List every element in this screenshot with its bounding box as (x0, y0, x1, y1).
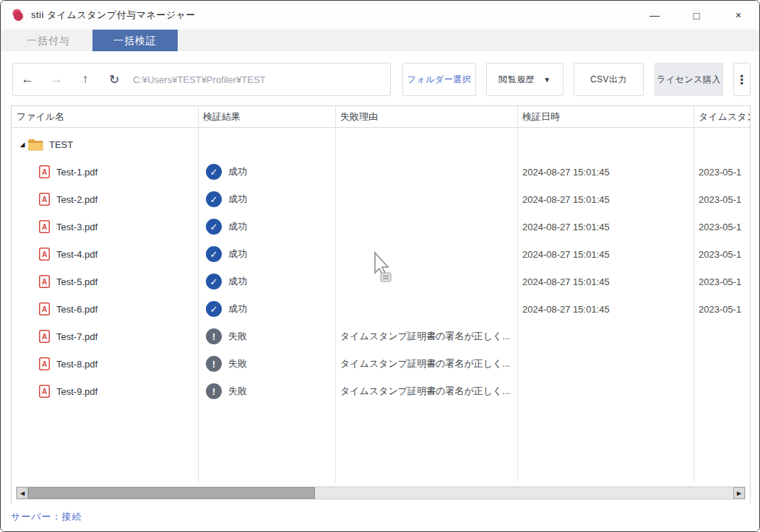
success-icon: ✓ (206, 246, 222, 262)
table-row[interactable]: A Test-9.pdf ! 失敗 タイムスタンプ証明書の署名が正しく... (12, 378, 750, 405)
result-label: 失敗 (228, 385, 247, 398)
window-controls: — □ × (634, 1, 759, 30)
column-header-verified-date[interactable]: 検証日時 (517, 110, 694, 123)
verified-date: 2024-08-27 15:01:45 (517, 249, 694, 260)
file-name: Test-1.pdf (56, 167, 98, 178)
scrollbar-thumb[interactable] (28, 487, 315, 499)
failure-icon: ! (206, 328, 222, 344)
table-row[interactable]: A Test-1.pdf ✓ 成功 2024-08-27 15:01:45 20… (12, 158, 750, 186)
folder-select-button[interactable]: フォルダー選択 (402, 63, 476, 96)
timestamp-date: 2023-05-1 (694, 276, 750, 287)
svg-text:A: A (42, 388, 47, 396)
app-window: stii タイムスタンプ付与マネージャー — □ × 一括付与 一括検証 ← →… (0, 0, 760, 532)
file-table-panel: ファイル名 検証結果 失敗理由 検証日時 タイムスタンプ ◢ TEST (11, 105, 751, 505)
column-header-result[interactable]: 検証結果 (198, 110, 335, 123)
tab-batch-grant[interactable]: 一括付与 (12, 30, 85, 51)
table-row[interactable]: A Test-3.pdf ✓ 成功 2024-08-27 15:01:45 20… (12, 213, 750, 240)
result-label: 成功 (228, 248, 247, 261)
tab-bar: 一括付与 一括検証 (1, 30, 759, 51)
folder-icon (27, 139, 43, 151)
history-button-label: 閲覧履歴 (498, 74, 535, 86)
refresh-icon[interactable]: ↻ (100, 72, 129, 87)
pdf-icon: A (39, 330, 50, 343)
file-name: Test-7.pdf (56, 331, 98, 342)
svg-text:A: A (42, 360, 47, 368)
pdf-icon: A (39, 165, 50, 178)
timestamp-date: 2023-05-1 (694, 304, 750, 315)
column-header-reason[interactable]: 失敗理由 (335, 110, 517, 123)
tab-batch-verify[interactable]: 一括検証 (92, 30, 178, 51)
file-name: Test-9.pdf (56, 386, 98, 397)
timestamp-date: 2023-05-1 (694, 194, 750, 205)
failure-reason: タイムスタンプ証明書の署名が正しく... (335, 357, 517, 370)
table-row[interactable]: A Test-2.pdf ✓ 成功 2024-08-27 15:01:45 20… (12, 186, 750, 213)
address-bar: ← → ↑ ↻ C:¥Users¥TEST¥Profiler¥TEST (12, 63, 391, 96)
history-button[interactable]: 閲覧履歴 ▼ (486, 63, 563, 96)
table-body: ◢ TEST A Test-1.pdf (12, 128, 750, 482)
close-button[interactable]: × (717, 1, 759, 30)
toolbar: ← → ↑ ↻ C:¥Users¥TEST¥Profiler¥TEST フォルダ… (1, 51, 759, 105)
file-name: Test-3.pdf (56, 222, 98, 232)
verified-date: 2024-08-27 15:01:45 (517, 222, 694, 232)
file-name: Test-4.pdf (56, 249, 98, 260)
status-bar: サーバー：接続 (1, 504, 759, 531)
success-icon: ✓ (206, 274, 222, 289)
folder-name: TEST (49, 139, 73, 150)
scroll-right-icon[interactable]: ▶ (733, 487, 745, 499)
failure-reason: タイムスタンプ証明書の署名が正しく... (335, 330, 517, 343)
column-header-filename[interactable]: ファイル名 (12, 110, 198, 123)
result-label: 成功 (228, 275, 247, 288)
path-input[interactable]: C:¥Users¥TEST¥Profiler¥TEST (133, 74, 266, 85)
pdf-icon: A (39, 357, 50, 370)
verified-date: 2024-08-27 15:01:45 (517, 276, 694, 287)
server-status: サーバー：接続 (11, 510, 82, 523)
title-bar: stii タイムスタンプ付与マネージャー — □ × (1, 1, 759, 30)
result-label: 失敗 (228, 330, 247, 343)
result-label: 成功 (228, 165, 247, 178)
success-icon: ✓ (206, 164, 222, 180)
failure-icon: ! (206, 356, 222, 372)
table-row[interactable]: A Test-8.pdf ! 失敗 タイムスタンプ証明書の署名が正しく... (12, 350, 750, 378)
pdf-icon: A (39, 193, 50, 206)
maximize-button[interactable]: □ (675, 1, 717, 30)
svg-text:A: A (42, 196, 47, 204)
license-purchase-button[interactable]: ライセンス購入 (655, 63, 723, 96)
forward-icon[interactable]: → (42, 72, 71, 87)
success-icon: ✓ (206, 219, 222, 235)
failure-reason: タイムスタンプ証明書の署名が正しく... (335, 385, 517, 398)
scroll-left-icon[interactable]: ◀ (17, 487, 28, 499)
pdf-icon: A (39, 302, 50, 315)
verified-date: 2024-08-27 15:01:45 (517, 194, 694, 205)
file-name: Test-6.pdf (56, 304, 98, 315)
timestamp-date: 2023-05-1 (694, 222, 750, 232)
folder-row[interactable]: ◢ TEST (12, 131, 750, 158)
window-title: stii タイムスタンプ付与マネージャー (31, 9, 196, 22)
back-icon[interactable]: ← (13, 72, 42, 87)
up-icon[interactable]: ↑ (71, 72, 100, 87)
column-header-timestamp[interactable]: タイムスタンプ (694, 110, 750, 123)
pdf-icon: A (39, 275, 50, 288)
timestamp-date: 2023-05-1 (694, 249, 750, 260)
svg-text:A: A (42, 250, 47, 258)
tree-expand-icon[interactable]: ◢ (17, 141, 27, 148)
horizontal-scrollbar[interactable]: ◀ ▶ (16, 487, 746, 500)
table-row[interactable]: A Test-6.pdf ✓ 成功 2024-08-27 15:01:45 20… (12, 295, 750, 323)
table-row[interactable]: A Test-4.pdf ✓ 成功 2024-08-27 15:01:45 20… (12, 240, 750, 268)
pdf-icon: A (39, 220, 50, 233)
pdf-icon: A (39, 385, 50, 398)
svg-text:A: A (42, 223, 47, 231)
table-row[interactable]: A Test-5.pdf ✓ 成功 2024-08-27 15:01:45 20… (12, 268, 750, 295)
minimize-button[interactable]: — (634, 1, 675, 30)
table-row[interactable]: A Test-7.pdf ! 失敗 タイムスタンプ証明書の署名が正しく... (12, 323, 750, 350)
app-logo-icon (11, 8, 25, 22)
file-name: Test-2.pdf (56, 194, 98, 205)
result-label: 成功 (228, 302, 247, 315)
svg-text:A: A (42, 278, 47, 286)
csv-export-button[interactable]: CSV出力 (574, 63, 644, 96)
result-label: 失敗 (228, 357, 247, 370)
file-name: Test-8.pdf (56, 359, 98, 370)
more-options-button[interactable]: ⋮ (733, 63, 751, 96)
success-icon: ✓ (206, 191, 222, 207)
svg-text:A: A (42, 333, 47, 341)
verified-date: 2024-08-27 15:01:45 (517, 304, 694, 315)
